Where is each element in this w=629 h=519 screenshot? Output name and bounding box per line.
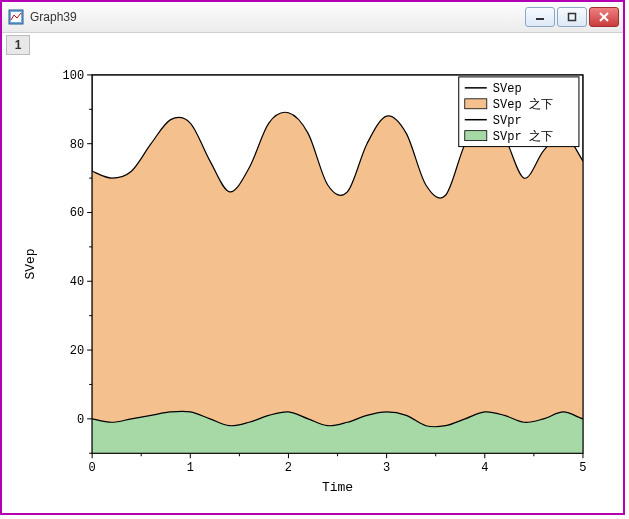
titlebar[interactable]: Graph39 [2, 2, 623, 33]
legend-label: SVep 之下 [493, 97, 553, 112]
y-axis-label: SVep [23, 249, 38, 280]
legend-label: SVpr [493, 114, 522, 128]
window-title: Graph39 [30, 10, 77, 24]
x-axis-label: Time [322, 480, 353, 495]
y-tick-label: 0 [77, 413, 84, 427]
y-tick-label: 80 [70, 138, 84, 152]
y-tick-label: 100 [62, 69, 84, 83]
y-tick-label: 20 [70, 344, 84, 358]
x-tick-label: 3 [383, 461, 390, 475]
legend-label: SVpr 之下 [493, 129, 553, 144]
x-tick-label: 0 [89, 461, 96, 475]
sheet-tab-1[interactable]: 1 [6, 35, 30, 55]
maximize-button[interactable] [557, 7, 587, 27]
x-tick-label: 5 [579, 461, 586, 475]
content-area: 1 020406080100012345TimeSVepSVepSVep 之下S… [2, 33, 623, 513]
app-window: Graph39 1 020406080100012345TimeSVepSVep… [0, 0, 625, 515]
x-tick-label: 2 [285, 461, 292, 475]
y-tick-label: 40 [70, 275, 84, 289]
window-controls [525, 7, 619, 27]
app-icon [8, 9, 24, 25]
x-tick-label: 4 [481, 461, 488, 475]
minimize-button[interactable] [525, 7, 555, 27]
close-button[interactable] [589, 7, 619, 27]
sheet-tab-label: 1 [15, 38, 22, 52]
legend-label: SVep [493, 82, 522, 96]
legend-swatch [465, 99, 487, 109]
x-tick-label: 1 [187, 461, 194, 475]
svg-rect-3 [569, 14, 576, 21]
y-tick-label: 60 [70, 206, 84, 220]
chart: 020406080100012345TimeSVepSVepSVep 之下SVp… [12, 55, 613, 503]
legend-swatch [465, 131, 487, 141]
